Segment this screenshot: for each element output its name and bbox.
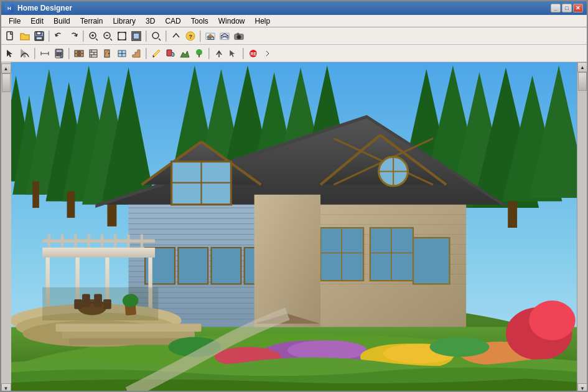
expand-button[interactable] [261,47,274,60]
svg-text:?: ? [189,34,193,40]
separator-t2-1 [34,48,35,59]
svg-rect-66 [198,54,200,57]
draw-arc-button[interactable] [18,47,32,60]
door-button[interactable] [101,47,114,60]
svg-point-47 [80,51,81,52]
calculator-button[interactable] [52,47,66,60]
menu-library[interactable]: Library [108,16,141,27]
stair-button[interactable] [129,47,143,60]
svg-rect-190 [55,324,201,332]
svg-marker-30 [7,50,12,57]
zoom-out-button[interactable] [101,29,114,43]
svg-point-14 [152,32,159,39]
menu-build[interactable]: Build [49,16,75,27]
pencil-button[interactable] [149,47,163,60]
fill-button[interactable] [129,29,143,43]
minimize-button[interactable]: _ [551,4,561,12]
menu-terrain[interactable]: Terrain [75,16,108,27]
window-title: Home Designer [17,4,72,12]
svg-point-200 [430,337,490,357]
scroll-down-right[interactable]: ▼ [577,383,587,392]
svg-rect-39 [60,53,62,54]
toolbar2: REC [1,45,587,62]
svg-rect-98 [508,201,517,228]
search-button[interactable] [149,29,163,43]
separator-t2-4 [208,48,210,59]
plant-button[interactable] [192,47,206,60]
scroll-thumb-left[interactable] [2,73,11,92]
svg-rect-13 [133,33,139,39]
menu-3d[interactable]: 3D [141,16,160,27]
svg-marker-64 [180,51,189,57]
svg-rect-2 [37,32,41,35]
scroll-up-left[interactable]: ▲ [1,63,11,73]
menu-bar: File Edit Build Terrain Library 3D CAD T… [1,15,587,27]
separator3 [146,30,147,42]
svg-rect-38 [58,53,60,54]
redo-button[interactable] [67,29,80,43]
svg-point-57 [108,53,110,54]
camera-button[interactable] [232,29,246,43]
scroll-up-right[interactable]: ▲ [577,62,587,72]
menu-cad[interactable]: CAD [160,16,185,27]
svg-rect-41 [58,55,60,56]
new-button[interactable] [4,29,17,43]
separator-t2-3 [146,48,147,59]
window-button[interactable] [115,47,129,60]
svg-point-28 [238,35,240,38]
select-tool-button[interactable] [4,47,17,60]
svg-rect-11 [118,32,126,40]
cabinet-button[interactable] [72,47,86,60]
svg-point-46 [77,51,78,52]
scroll-down-left[interactable]: ▼ [1,383,11,392]
svg-rect-163 [254,195,320,327]
title-bar-controls[interactable]: _ □ ✕ [551,4,583,12]
up-arrow-button[interactable] [169,29,183,43]
scroll-thumb-right[interactable] [578,72,587,91]
main-area: ▲ ▼ [1,62,587,392]
separator-t2-2 [68,48,70,59]
svg-rect-93 [67,191,75,218]
svg-rect-20 [208,37,210,39]
zoom-in-button[interactable] [86,29,100,43]
3d-view-button[interactable] [218,29,231,43]
record-button[interactable]: REC [246,47,260,60]
cursor2-button[interactable] [226,47,240,60]
up-arrow2-button[interactable] [212,47,226,60]
help-button[interactable]: ? [184,29,197,43]
undo-button[interactable] [52,29,66,43]
separator-t2-5 [243,48,244,59]
scroll-track-right [577,72,587,383]
svg-rect-191 [62,332,195,338]
svg-rect-36 [56,50,62,52]
svg-rect-161 [212,248,241,284]
right-scrollbar: ▲ ▼ [577,62,587,392]
svg-marker-31 [21,50,27,57]
canvas-area[interactable] [11,62,577,392]
separator5 [200,30,201,42]
maximize-button[interactable]: □ [562,4,572,12]
close-button[interactable]: ✕ [573,4,583,12]
scroll-track-left [1,73,11,383]
svg-rect-209 [42,287,158,320]
scene-svg [11,62,577,392]
wall-button[interactable] [86,47,100,60]
svg-line-9 [110,39,112,40]
menu-window[interactable]: Window [213,16,250,27]
save-button[interactable] [32,29,46,43]
svg-point-49 [80,54,81,55]
dimension-button[interactable] [38,47,52,60]
title-bar-left: H Home Designer [5,4,72,12]
exterior-view-button[interactable] [203,29,217,43]
menu-file[interactable]: File [4,16,26,27]
fit-page-button[interactable] [115,29,129,43]
open-button[interactable] [18,29,32,43]
paint-button[interactable] [164,47,177,60]
terrain-button[interactable] [178,47,192,60]
svg-rect-21 [211,37,214,39]
left-sidebar: ▲ ▼ [1,62,11,392]
menu-help[interactable]: Help [250,16,275,27]
menu-edit[interactable]: Edit [26,16,49,27]
separator2 [83,30,84,42]
menu-tools[interactable]: Tools [186,16,213,27]
